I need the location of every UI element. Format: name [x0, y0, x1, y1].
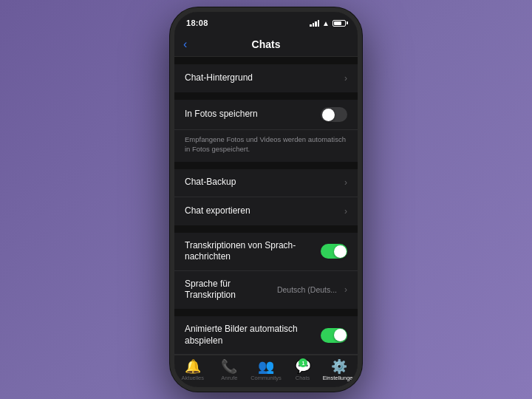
communitys-icon: 👥: [258, 360, 274, 373]
tab-communitys[interactable]: 👥 Communitys: [248, 360, 284, 381]
aktuelles-label: Aktuelles: [182, 375, 204, 381]
save-to-photos-row[interactable]: In Fotos speichern: [174, 100, 358, 130]
voice-transcription-row[interactable]: Transkriptionen von Sprach-nachrichten: [174, 233, 358, 271]
einstellungen-icon: ⚙️: [331, 360, 347, 373]
tab-chats[interactable]: 1 💬 Chats: [284, 360, 321, 381]
chevron-icon: ›: [344, 177, 347, 188]
tab-bar: 🔔 Aktuelles 📞 Anrufe 👥 Communitys 1 💬 Ch…: [174, 355, 358, 387]
page-title: Chats: [252, 38, 281, 50]
animated-images-row[interactable]: Animierte Bilder automatischabspielen: [174, 316, 358, 355]
tab-aktuelles[interactable]: 🔔 Aktuelles: [174, 360, 211, 381]
animated-images-label: Animierte Bilder automatischabspielen: [185, 324, 321, 347]
chat-backup-label: Chat-Backup: [185, 177, 340, 188]
section-save: In Fotos speichern Empfangene Fotos und …: [174, 100, 358, 162]
status-time: 18:08: [186, 18, 208, 27]
nav-header: ‹ Chats: [174, 33, 358, 57]
chats-label: Chats: [296, 375, 310, 381]
content-area: Chat-Hintergrund › In Fotos speichern Em…: [174, 57, 358, 355]
section-background: Chat-Hintergrund ›: [174, 64, 358, 92]
chevron-icon: ›: [344, 73, 347, 83]
anrufe-label: Anrufe: [221, 375, 237, 381]
animated-images-toggle[interactable]: [321, 328, 347, 343]
status-bar: 18:08 ▲: [174, 12, 358, 33]
aktuelles-icon: 🔔: [185, 360, 201, 373]
status-icons: ▲: [310, 19, 346, 27]
section-backup: Chat-Backup › Chat exportieren ›: [174, 169, 358, 225]
chevron-icon: ›: [344, 206, 347, 216]
save-to-photos-subtext: Empfangene Fotos und Videos werden autom…: [174, 130, 358, 162]
transcription-language-label: Sprache fürTranskription: [185, 279, 277, 301]
transcription-language-value: Deutsch (Deuts...: [277, 285, 337, 294]
tab-einstellungen[interactable]: ⚙️ Einstellungen: [321, 360, 358, 381]
chat-export-row[interactable]: Chat exportieren ›: [174, 197, 358, 225]
communitys-label: Communitys: [250, 375, 282, 381]
signal-icon: [310, 20, 319, 27]
section-transcription: Transkriptionen von Sprach-nachrichten S…: [174, 233, 358, 309]
chevron-icon: ›: [344, 284, 347, 295]
voice-transcription-label: Transkriptionen von Sprach-nachrichten: [185, 240, 321, 263]
chat-export-label: Chat exportieren: [185, 205, 340, 217]
section-animated: Animierte Bilder automatischabspielen Er…: [174, 316, 358, 355]
chat-background-label: Chat-Hintergrund: [185, 72, 340, 84]
chat-backup-row[interactable]: Chat-Backup ›: [174, 169, 358, 197]
tab-anrufe[interactable]: 📞 Anrufe: [211, 360, 248, 381]
back-button[interactable]: ‹: [183, 38, 187, 51]
wifi-icon: ▲: [322, 19, 330, 27]
einstellungen-label: Einstellungen: [323, 375, 356, 381]
phone-frame: 18:08 ▲ ‹ Chats Chat-Hintergrund ›: [170, 7, 362, 392]
battery-icon: [332, 20, 346, 27]
chat-background-row[interactable]: Chat-Hintergrund ›: [174, 64, 358, 92]
save-to-photos-toggle[interactable]: [321, 107, 347, 122]
save-to-photos-label: In Fotos speichern: [185, 109, 321, 120]
anrufe-icon: 📞: [221, 360, 237, 373]
transcription-language-row[interactable]: Sprache fürTranskription Deutsch (Deuts.…: [174, 271, 358, 309]
voice-transcription-toggle[interactable]: [321, 244, 347, 259]
